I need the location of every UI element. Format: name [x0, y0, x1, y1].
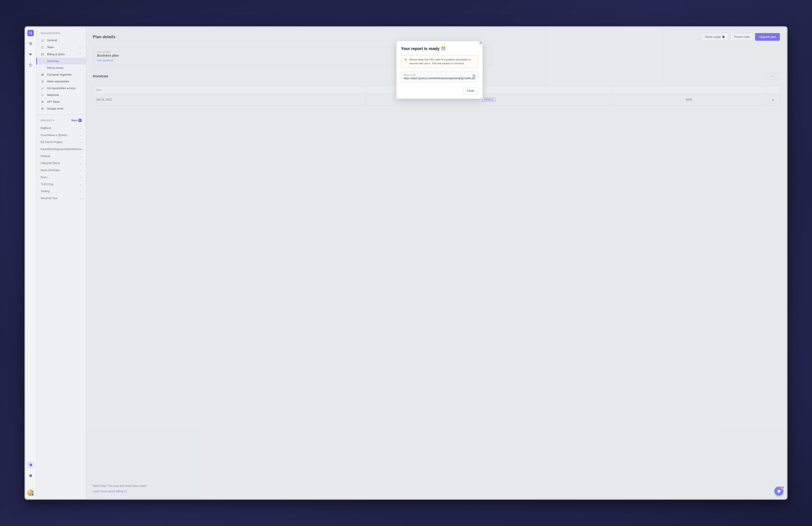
invoice-date: Jan 31, 2022	[93, 94, 365, 106]
sidebar-item-helm[interactable]: Helm repositories	[36, 78, 86, 85]
svg-point-3	[42, 40, 43, 41]
copy-url-button[interactable]	[473, 74, 476, 77]
project-item[interactable]: Infisical⌄	[36, 152, 86, 160]
chevron-down-icon: ⌄	[79, 176, 82, 179]
sidebar-item-container-registries[interactable]: Container registries	[36, 71, 86, 78]
project-item[interactable]: hackathon/exposemeIamfamous⌄	[36, 146, 86, 152]
helm-icon	[41, 80, 44, 83]
webhook-icon	[41, 94, 44, 97]
chevron-down-icon: ⌄	[79, 190, 82, 193]
svg-point-4	[42, 46, 43, 47]
rail-layers-icon[interactable]	[27, 40, 34, 47]
invoice-amount: $205	[612, 94, 766, 106]
download-icon	[771, 98, 774, 101]
project-label: Couchbase x Qovery	[41, 134, 67, 137]
new-project-button[interactable]: New +	[71, 119, 82, 122]
col-action	[766, 86, 780, 94]
col-amount	[612, 86, 766, 94]
project-item[interactable]: TLKS Exp⌄	[36, 181, 86, 187]
svg-rect-5	[41, 54, 44, 55]
modal-warning: Please keep this URL safe! It is publicl…	[401, 55, 478, 68]
rail-history-icon[interactable]	[27, 62, 34, 69]
upgrade-plan-button[interactable]: Upgrade plan	[755, 33, 780, 41]
project-item[interactable]: Tooling⌄	[36, 187, 86, 195]
sidebar-item-git-access[interactable]: Git repositories access	[36, 85, 86, 92]
project-item[interactable]: Neon DevDays⌄	[36, 167, 86, 174]
footer-help-text: Need help? You may find these links usef…	[93, 484, 780, 487]
modal-title: Your report is ready 🎊	[401, 46, 478, 51]
chevron-down-icon: ⌄	[79, 140, 82, 144]
people-icon	[41, 46, 44, 49]
card-icon	[41, 53, 44, 56]
chevron-down-icon: ⌄	[79, 45, 81, 49]
sidebar-item-api-token[interactable]: API Token	[36, 99, 86, 105]
external-link-icon	[111, 59, 113, 62]
project-label: Novu	[41, 176, 47, 179]
project-item[interactable]: Couchbase x Qovery⌄	[36, 132, 86, 138]
sidebar-item-label: Git repositories access	[47, 87, 76, 90]
year-select[interactable]	[765, 73, 780, 80]
rail-cloud-icon[interactable]	[27, 51, 34, 58]
project-label: Tooling	[41, 190, 50, 193]
report-ready-modal: Your report is ready 🎊 Please keep this …	[396, 41, 482, 99]
skull-icon	[41, 107, 44, 110]
sidebar-projects-title: PROJECTS	[41, 119, 54, 122]
report-url-label: Report URL	[404, 74, 476, 76]
sidebar-item-team[interactable]: Team ⌄	[36, 44, 86, 51]
sidebar-sub-summary[interactable]: Summary	[36, 58, 86, 64]
sidebar-item-general[interactable]: General	[36, 37, 86, 44]
project-label: Infisical	[41, 154, 50, 158]
download-invoice-button[interactable]	[769, 96, 776, 103]
svg-point-13	[722, 36, 725, 38]
user-avatar[interactable]	[27, 489, 34, 496]
sidebar-org-title: ORGANIZATION	[36, 31, 86, 37]
sidebar-item-label: Billing & plans	[47, 53, 65, 56]
app-logo[interactable]	[27, 30, 34, 36]
project-label: EE Demo Project	[41, 140, 62, 144]
chevron-down-icon: ⌄	[79, 126, 82, 130]
external-link-icon	[124, 490, 127, 493]
svg-point-9	[42, 81, 43, 82]
sidebar-item-danger-zone[interactable]: Danger zone	[36, 105, 86, 112]
svg-text:i: i	[30, 475, 31, 477]
copy-icon	[473, 74, 476, 77]
chevron-down-icon: ⌄	[79, 182, 82, 186]
project-label: Lifecycle Demo	[41, 162, 60, 165]
project-item[interactable]: Lifecycle Demo⌄	[36, 160, 86, 167]
chart-icon	[722, 35, 725, 38]
project-item[interactable]: Windmill Test⌄	[36, 195, 86, 202]
learn-more-billing-link[interactable]: Learn more about billing	[93, 490, 127, 493]
chevron-down-icon: ⌄	[79, 168, 82, 172]
rail-info-icon[interactable]: i	[27, 472, 34, 479]
promo-code-button[interactable]: Promo code	[730, 33, 753, 41]
gear-icon	[41, 39, 44, 42]
chevron-down-icon	[771, 75, 774, 78]
chat-launcher[interactable]: 2	[774, 486, 783, 496]
col-date: Date	[93, 86, 365, 94]
chevron-down-icon: ⌄	[79, 161, 82, 165]
sidebar-item-label: General	[47, 39, 57, 42]
cloud-icon	[41, 100, 44, 103]
project-item[interactable]: Novu⌄	[36, 174, 86, 181]
project-item[interactable]: BigBank⌄	[36, 124, 86, 132]
sidebar-item-webhook[interactable]: Webhook	[36, 92, 86, 99]
project-label: TLKS Exp	[41, 183, 54, 186]
rail-settings-icon[interactable]	[27, 461, 34, 468]
show-usage-button[interactable]: Show usage	[701, 33, 729, 41]
svg-point-12	[43, 108, 43, 109]
chevron-up-icon: ⌃	[79, 52, 81, 56]
sidebar-item-label: Webhook	[47, 93, 59, 97]
sidebar-item-label: Helm repositories	[47, 80, 69, 83]
project-label: BigBank	[41, 126, 52, 130]
modal-close-button[interactable]: Close	[463, 87, 478, 95]
report-url-box: Report URL https://dash.qovery.com/dashb…	[401, 72, 478, 82]
project-item[interactable]: EE Demo Project⌄	[36, 138, 86, 146]
report-url-value[interactable]: https://dash.qovery.com/dashboard/snapsh…	[404, 77, 476, 80]
sidebar-item-label: API Token	[47, 100, 60, 103]
warning-icon	[404, 58, 407, 61]
key-icon	[41, 87, 44, 90]
chevron-down-icon: ⌄	[79, 133, 82, 137]
sidebar-sub-billing-details[interactable]: Billing details	[36, 64, 86, 71]
sidebar-item-billing[interactable]: Billing & plans ⌃	[36, 51, 86, 58]
svg-rect-7	[42, 74, 44, 74]
